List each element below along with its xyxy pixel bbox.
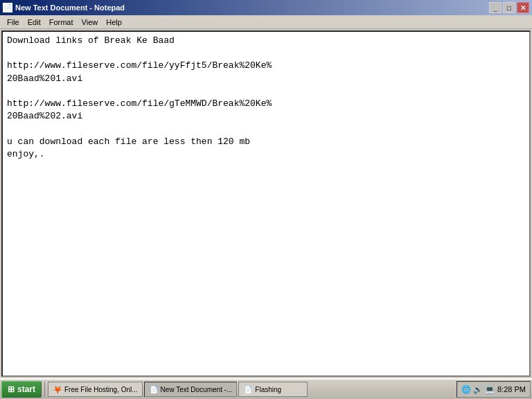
notepad-label: New Text Document -... xyxy=(161,386,233,393)
app-icon: 📄 xyxy=(3,3,12,12)
minimize-button[interactable]: _ xyxy=(489,2,502,13)
network-icon: 🌐 xyxy=(461,385,471,394)
text-area-container: Download links of Break Ke Baad http://w… xyxy=(1,30,531,377)
maximize-button[interactable]: □ xyxy=(503,2,515,13)
title-bar: 📄 New Text Document - Notepad _ □ ✕ xyxy=(0,0,532,15)
title-bar-buttons: _ □ ✕ xyxy=(489,2,529,13)
flashing-icon: 📄 xyxy=(243,384,253,394)
taskbar: ⊞ start 🦊 Free File Hosting, Onl... 📄 Ne… xyxy=(0,378,532,399)
taskbar-item-notepad[interactable]: 📄 New Text Document -... xyxy=(144,382,238,397)
start-label: start xyxy=(17,384,35,394)
menu-file[interactable]: File xyxy=(3,17,24,27)
text-editor[interactable]: Download links of Break Ke Baad http://w… xyxy=(3,32,529,375)
menu-edit[interactable]: Edit xyxy=(24,17,45,27)
systray-icons: 🌐 🔊 💻 xyxy=(461,385,495,394)
start-button[interactable]: ⊞ start xyxy=(1,381,42,398)
taskbar-item-flashing[interactable]: 📄 Flashing xyxy=(238,382,308,397)
menu-view[interactable]: View xyxy=(78,17,103,27)
taskbar-divider xyxy=(44,382,45,397)
firefox-icon: 🦊 xyxy=(53,384,62,394)
window-title: New Text Document - Notepad xyxy=(15,3,125,12)
clock: 8:28 PM xyxy=(497,385,526,393)
firefox-label: Free File Hosting, Onl... xyxy=(64,386,138,393)
menu-format[interactable]: Format xyxy=(45,17,78,27)
notepad-icon: 📄 xyxy=(149,384,159,394)
notepad-window: 📄 New Text Document - Notepad _ □ ✕ File… xyxy=(0,0,532,378)
windows-logo: ⊞ xyxy=(8,384,15,394)
flashing-label: Flashing xyxy=(255,386,281,393)
taskbar-item-firefox[interactable]: 🦊 Free File Hosting, Onl... xyxy=(48,382,143,397)
menu-help[interactable]: Help xyxy=(102,17,126,27)
menu-bar: File Edit Format View Help xyxy=(0,15,532,29)
close-button[interactable]: ✕ xyxy=(517,2,529,13)
title-bar-left: 📄 New Text Document - Notepad xyxy=(3,3,125,12)
system-tray: 🌐 🔊 💻 8:28 PM xyxy=(456,381,531,398)
volume-icon: 🔊 xyxy=(473,385,483,394)
battery-icon: 💻 xyxy=(485,385,495,394)
